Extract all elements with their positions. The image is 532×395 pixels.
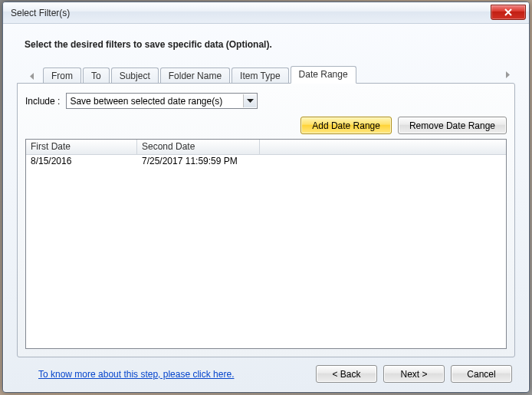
remove-date-range-button[interactable]: Remove Date Range <box>398 117 507 134</box>
footer: To know more about this step, please cli… <box>17 357 515 383</box>
back-button[interactable]: < Back <box>316 365 377 383</box>
close-button[interactable] <box>491 5 526 20</box>
tab-label: From <box>51 71 73 81</box>
button-row: Add Date Range Remove Date Range <box>25 117 507 134</box>
close-icon <box>504 8 513 16</box>
triangle-right-icon <box>505 71 510 78</box>
include-label: Include : <box>25 96 60 107</box>
button-label: Remove Date Range <box>409 120 495 131</box>
dialog-content: Select the desired filters to save speci… <box>3 24 529 392</box>
include-row: Include : Save between selected date ran… <box>25 93 507 109</box>
button-label: Add Date Range <box>312 120 380 131</box>
cancel-button[interactable]: Cancel <box>451 365 512 383</box>
tab-label: To <box>91 71 101 81</box>
tab-label: Item Type <box>240 71 280 81</box>
instruction-text: Select the desired filters to save speci… <box>25 39 515 50</box>
cell-second-date: 7/25/2017 11:59:59 PM <box>137 155 260 169</box>
dialog-window: Select Filter(s) Select the desired filt… <box>2 2 530 393</box>
cell-empty <box>260 155 506 169</box>
date-range-grid: First Date Second Date 8/15/2016 7/25/20… <box>25 139 507 349</box>
add-date-range-button[interactable]: Add Date Range <box>300 117 392 134</box>
tabs-row: From To Subject Folder Name Item Type Da… <box>17 65 515 83</box>
table-row[interactable]: 8/15/2016 7/25/2017 11:59:59 PM <box>26 155 506 169</box>
tab-panel: Include : Save between selected date ran… <box>17 83 515 357</box>
tab-to[interactable]: To <box>83 67 110 84</box>
tab-date-range[interactable]: Date Range <box>291 66 356 84</box>
button-label: Next > <box>400 369 427 380</box>
triangle-left-icon <box>30 73 34 80</box>
grid-header: First Date Second Date <box>26 140 506 155</box>
cell-first-date: 8/15/2016 <box>26 155 137 169</box>
window-title: Select Filter(s) <box>11 8 491 18</box>
button-label: Cancel <box>467 369 495 380</box>
grid-body[interactable]: 8/15/2016 7/25/2017 11:59:59 PM <box>26 155 506 348</box>
help-link[interactable]: To know more about this step, please cli… <box>38 369 308 380</box>
tab-item-type[interactable]: Item Type <box>232 67 288 84</box>
tab-label: Date Range <box>299 69 348 80</box>
tabs-scroll-left[interactable] <box>26 69 38 83</box>
tab-label: Subject <box>120 71 150 81</box>
column-header-empty <box>260 140 506 154</box>
tab-subject[interactable]: Subject <box>111 67 159 84</box>
tab-label: Folder Name <box>169 71 222 81</box>
nav-buttons: < Back Next > Cancel <box>316 365 512 383</box>
tabs-scroll-right[interactable] <box>501 67 514 81</box>
button-label: < Back <box>332 369 360 380</box>
include-dropdown[interactable]: Save between selected date range(s) <box>66 93 258 109</box>
include-selected-value: Save between selected date range(s) <box>70 96 222 107</box>
tab-folder-name[interactable]: Folder Name <box>160 67 230 84</box>
next-button[interactable]: Next > <box>383 365 445 383</box>
tab-from[interactable]: From <box>43 67 81 84</box>
chevron-down-icon <box>243 94 256 107</box>
titlebar: Select Filter(s) <box>3 2 529 24</box>
column-header-second-date[interactable]: Second Date <box>137 140 260 154</box>
column-header-first-date[interactable]: First Date <box>26 140 137 154</box>
